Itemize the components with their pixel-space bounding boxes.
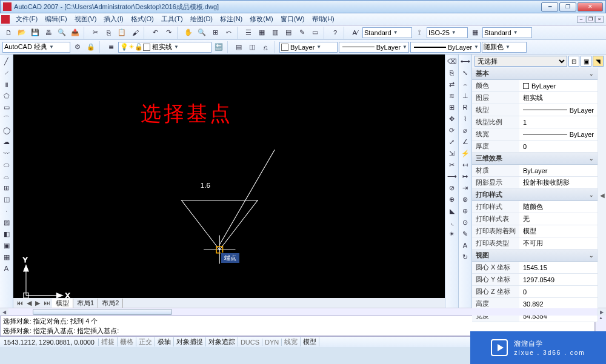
calc-icon[interactable]: ▭ — [309, 27, 321, 39]
menu-file[interactable]: 文件(F) — [12, 13, 41, 25]
maximize-button[interactable]: ❐ — [559, 2, 576, 12]
dimedit-icon[interactable]: ✎ — [460, 228, 471, 239]
dim-radius-icon[interactable]: R — [460, 102, 471, 113]
centermark-icon[interactable]: ⊙ — [460, 217, 471, 228]
doc-minimize-button[interactable]: – — [577, 16, 585, 23]
coords-readout[interactable]: 1543.1212, 1290.0881, 0.0000 — [0, 339, 99, 346]
offset-icon[interactable]: ≋ — [447, 90, 458, 101]
copy-icon[interactable]: ⎘ — [102, 27, 115, 39]
move-icon[interactable]: ✥ — [447, 113, 458, 124]
rectangle-icon[interactable]: ▭ — [1, 102, 12, 113]
palette-collapse-handle[interactable]: ◀ — [598, 68, 606, 322]
quickselect-icon[interactable]: ⊡ — [568, 56, 579, 67]
properties-icon[interactable]: ☰ — [242, 27, 255, 39]
color-combo[interactable]: ByLayer▼ — [279, 42, 338, 53]
table-icon[interactable]: ▦ — [1, 251, 12, 262]
selection-combo[interactable]: 无选择 — [474, 56, 567, 67]
preview-icon[interactable]: 🔍 — [56, 27, 68, 39]
array-icon[interactable]: ⊞ — [447, 102, 458, 113]
break-icon[interactable]: ⊘ — [447, 182, 458, 193]
menu-edit[interactable]: 编辑(E) — [41, 13, 71, 25]
makeblock-icon[interactable]: ◫ — [1, 194, 12, 205]
prop-thickness[interactable]: 0 — [519, 141, 598, 152]
polygon-icon[interactable]: ⬠ — [1, 90, 12, 101]
undo-icon[interactable]: ↶ — [149, 27, 161, 39]
menu-dimension[interactable]: 标注(N) — [216, 13, 246, 25]
menu-view[interactable]: 视图(V) — [71, 13, 101, 25]
textstyle-icon[interactable]: A⁄ — [349, 27, 361, 39]
status-model[interactable]: 模型 — [301, 337, 319, 346]
doc-close-button[interactable]: × — [595, 16, 604, 23]
group-basic[interactable]: 基本 — [476, 69, 489, 78]
dimtedit-icon[interactable]: A — [460, 240, 471, 251]
pan-icon[interactable]: ✋ — [182, 27, 195, 39]
layer-combo[interactable]: 💡 ☀ 🔓 粗实线 ▼ — [118, 42, 211, 53]
dim-ord-icon[interactable]: ⊥ — [460, 90, 471, 101]
rotate-icon[interactable]: ⟳ — [447, 125, 458, 136]
workspace-lock-icon[interactable]: 🔒 — [85, 41, 97, 53]
help-icon[interactable]: ? — [329, 27, 341, 39]
plotstyle-combo[interactable]: 随颜色▼ — [482, 42, 527, 53]
dimstyle-icon[interactable]: ⟟ — [413, 27, 425, 39]
dim-base-icon[interactable]: ↤ — [460, 159, 471, 170]
scale-icon[interactable]: ⤢ — [447, 136, 458, 147]
dim-jog-icon[interactable]: ⌇ — [460, 113, 471, 124]
status-polar[interactable]: 极轴 — [155, 337, 174, 346]
layer-manager-icon[interactable]: ≣ — [105, 41, 117, 53]
menu-window[interactable]: 窗口(W) — [277, 13, 308, 25]
status-ducs[interactable]: DUCS — [238, 339, 262, 346]
menu-insert[interactable]: 插入(I) — [100, 13, 127, 25]
pline-icon[interactable]: ⫼ — [1, 79, 12, 90]
status-snap[interactable]: 捕捉 — [99, 337, 118, 346]
doc-restore-button[interactable]: ❐ — [586, 16, 594, 23]
zoom-realtime-icon[interactable]: 🔍 — [196, 27, 208, 39]
markup-icon[interactable]: ✎ — [296, 27, 308, 39]
arc-icon[interactable]: ⌒ — [1, 113, 12, 124]
menu-draw[interactable]: 绘图(D) — [187, 13, 216, 25]
dim-linear-icon[interactable]: ⟷ — [460, 56, 471, 67]
prop-color[interactable]: ByLayer — [519, 80, 598, 91]
zoom-window-icon[interactable]: ⊞ — [209, 27, 221, 39]
mirror-icon[interactable]: ⇄ — [447, 79, 458, 90]
prop-ltscale[interactable]: 1 — [519, 116, 598, 128]
workspace-settings-icon[interactable]: ⚙ — [72, 41, 84, 53]
status-dyn[interactable]: DYN — [262, 339, 282, 346]
prop-center-z[interactable]: 0 — [519, 286, 598, 297]
close-button[interactable]: ✕ — [578, 2, 603, 12]
extend-icon[interactable]: ⟶ — [447, 171, 458, 182]
publish-icon[interactable]: 📤 — [69, 27, 81, 39]
prop-plotattach[interactable]: 模型 — [519, 225, 598, 237]
mtext-icon[interactable]: A — [1, 263, 12, 274]
prop-linetype[interactable]: ByLayer — [519, 104, 598, 116]
toggle-pickadd-icon[interactable]: ◥ — [593, 56, 604, 67]
text-style-combo[interactable]: Standard▼ — [362, 27, 412, 38]
spline-icon[interactable]: 〰 — [1, 148, 12, 159]
dim-dia-icon[interactable]: ⌀ — [460, 125, 471, 136]
paste-icon[interactable]: 📋 — [116, 27, 128, 39]
dimupdate-icon[interactable]: ↻ — [460, 251, 471, 262]
new-icon[interactable]: 🗋 — [2, 27, 15, 39]
dim-quick-icon[interactable]: ⚡ — [460, 148, 471, 159]
copy-obj-icon[interactable]: ⎘ — [447, 67, 458, 78]
fillet-icon[interactable]: ◟ — [447, 217, 458, 228]
menu-help[interactable]: 帮助(H) — [308, 13, 338, 25]
matchprop-icon[interactable]: 🖌 — [129, 27, 141, 39]
prop-plotstyle[interactable]: 随颜色 — [519, 201, 598, 213]
table-style-combo[interactable]: Standard▼ — [482, 27, 532, 38]
designcenter-icon[interactable]: ▦ — [256, 27, 268, 39]
layer-prev-icon[interactable]: 🔙 — [213, 41, 225, 53]
group-plot[interactable]: 打印样式 — [476, 190, 502, 199]
sheetset-icon[interactable]: ▤ — [282, 27, 295, 39]
scroll-left-icon[interactable]: ◀ — [0, 308, 8, 316]
point-icon[interactable]: · — [1, 205, 12, 216]
hatch-icon[interactable]: ▨ — [1, 217, 12, 228]
layer-states-icon[interactable]: ▤ — [233, 41, 245, 53]
layer-iso-icon[interactable]: ◫ — [246, 41, 258, 53]
status-lwt[interactable]: 线宽 — [282, 337, 301, 346]
chamfer-icon[interactable]: ◣ — [447, 205, 458, 216]
menu-format[interactable]: 格式(O) — [127, 13, 158, 25]
tablestyle-icon[interactable]: ▦ — [469, 27, 481, 39]
save-icon[interactable]: 💾 — [29, 27, 41, 39]
region-icon[interactable]: ▣ — [1, 240, 12, 251]
prop-plottable[interactable]: 无 — [519, 213, 598, 225]
